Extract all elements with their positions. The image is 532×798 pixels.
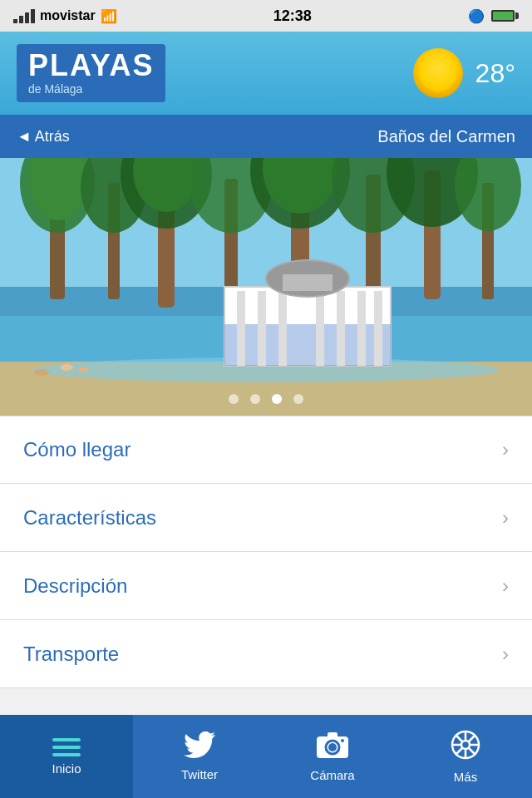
tab-twitter[interactable]: Twitter (133, 715, 266, 798)
twitter-icon (184, 732, 215, 762)
beach-image (0, 158, 532, 416)
menu-label-caracteristicas: Características (23, 506, 156, 530)
svg-rect-31 (316, 291, 324, 366)
status-time: 12:38 (273, 7, 312, 25)
dot-2[interactable] (250, 394, 260, 404)
svg-rect-30 (278, 291, 287, 366)
chevron-icon-0: › (502, 438, 509, 461)
dot-3[interactable] (272, 394, 282, 404)
svg-point-45 (341, 739, 344, 742)
status-bar: movistar 📶 12:38 🔵 (0, 0, 532, 32)
svg-line-55 (456, 748, 462, 755)
menu-label-como-llegar: Cómo llegar (23, 438, 131, 461)
chevron-icon-1: › (502, 506, 509, 530)
chevron-icon-3: › (502, 643, 509, 666)
menu-item-descripcion[interactable]: Descripción › (0, 552, 532, 620)
svg-point-47 (461, 741, 470, 749)
logo-subtitle-text: de Málaga (28, 82, 154, 96)
dot-1[interactable] (229, 394, 239, 404)
carrier-label: movistar (40, 8, 96, 23)
hamburger-icon (52, 738, 81, 756)
svg-rect-32 (337, 291, 345, 366)
bluetooth-icon: 🔵 (468, 8, 485, 24)
svg-point-37 (60, 364, 73, 371)
tab-inicio-label: Inicio (52, 761, 81, 776)
nav-title: Baños del Carmen (377, 127, 515, 146)
back-button[interactable]: ◄ Atrás (17, 128, 70, 145)
svg-line-53 (469, 748, 475, 755)
svg-line-52 (456, 735, 462, 741)
temperature-label: 28° (475, 58, 515, 89)
tab-bar: Inicio Twitter Cámara (0, 715, 532, 798)
svg-rect-34 (374, 291, 382, 366)
svg-point-1 (420, 55, 456, 91)
svg-rect-36 (283, 274, 332, 291)
status-right: 🔵 (468, 8, 519, 24)
menu-item-como-llegar[interactable]: Cómo llegar › (0, 416, 532, 484)
tab-camara-label: Cámara (310, 768, 354, 782)
logo-playas-text: PLAYAS (28, 51, 154, 81)
menu-list: Cómo llegar › Características › Descripc… (0, 416, 532, 688)
svg-point-39 (34, 369, 49, 376)
battery-indicator (491, 10, 519, 22)
tab-mas[interactable]: Más (399, 715, 532, 798)
svg-line-54 (469, 735, 475, 741)
wifi-icon: 📶 (101, 8, 117, 24)
camera-icon (316, 731, 349, 763)
app-logo: PLAYAS de Málaga (17, 44, 165, 102)
nav-bar: ◄ Atrás Baños del Carmen (0, 115, 532, 158)
chevron-icon-2: › (502, 574, 509, 598)
svg-rect-28 (237, 291, 245, 366)
carousel-dots (229, 394, 303, 404)
tab-camara[interactable]: Cámara (266, 715, 399, 798)
svg-point-43 (328, 743, 337, 751)
svg-rect-29 (258, 291, 266, 366)
tab-inicio[interactable]: Inicio (0, 715, 133, 798)
sun-icon (409, 44, 467, 102)
weather-block: 28° (409, 44, 515, 102)
helm-icon (450, 729, 481, 765)
menu-item-transporte[interactable]: Transporte › (0, 620, 532, 688)
menu-label-descripcion: Descripción (23, 574, 127, 598)
app-header: PLAYAS de Málaga 28° (0, 32, 532, 115)
dot-4[interactable] (293, 394, 303, 404)
menu-label-transporte: Transporte (23, 643, 119, 666)
tab-mas-label: Más (454, 770, 477, 784)
svg-rect-44 (328, 732, 337, 739)
svg-point-38 (78, 367, 88, 372)
menu-item-caracteristicas[interactable]: Características › (0, 484, 532, 552)
status-left: movistar 📶 (13, 8, 117, 24)
image-carousel[interactable] (0, 158, 532, 416)
signal-bars (13, 9, 35, 23)
tab-twitter-label: Twitter (181, 767, 218, 781)
svg-rect-33 (357, 291, 366, 366)
back-label: ◄ Atrás (17, 128, 70, 145)
